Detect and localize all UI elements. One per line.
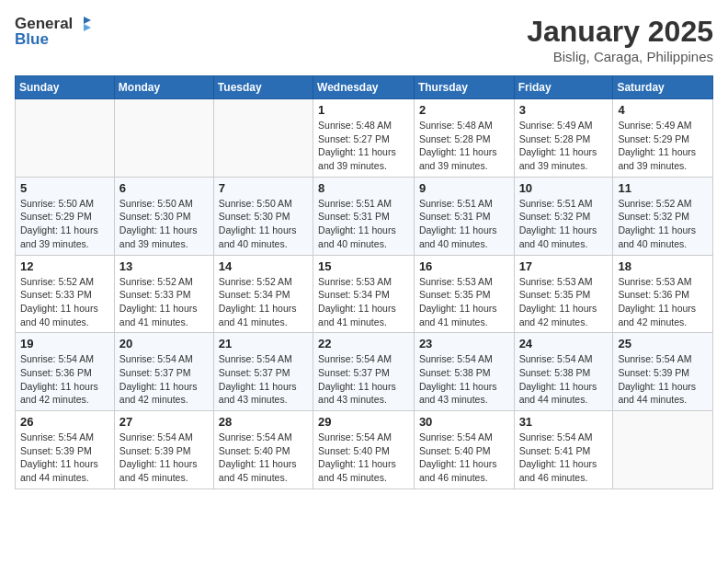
- sunset-text: Sunset: 5:36 PM: [20, 367, 92, 378]
- table-row: 4 Sunrise: 5:49 AM Sunset: 5:29 PM Dayli…: [613, 99, 713, 178]
- sunrise-text: Sunrise: 5:52 AM: [119, 276, 193, 287]
- table-row: 21 Sunrise: 5:54 AM Sunset: 5:37 PM Dayl…: [213, 333, 313, 411]
- day-number: 17: [519, 259, 609, 273]
- sunrise-text: Sunrise: 5:52 AM: [219, 276, 292, 287]
- sunrise-text: Sunrise: 5:49 AM: [519, 120, 593, 131]
- daylight-text: Daylight: 11 hours and 43 minutes.: [419, 381, 497, 406]
- day-info: Sunrise: 5:54 AM Sunset: 5:40 PM Dayligh…: [219, 431, 308, 485]
- sunset-text: Sunset: 5:37 PM: [219, 367, 290, 378]
- sunset-text: Sunset: 5:29 PM: [20, 211, 92, 222]
- daylight-text: Daylight: 11 hours and 44 minutes.: [618, 381, 696, 406]
- header-tuesday: Tuesday: [213, 76, 313, 99]
- day-info: Sunrise: 5:54 AM Sunset: 5:40 PM Dayligh…: [318, 431, 409, 485]
- sunrise-text: Sunrise: 5:54 AM: [419, 431, 493, 442]
- day-info: Sunrise: 5:52 AM Sunset: 5:33 PM Dayligh…: [119, 275, 209, 329]
- table-row: 10 Sunrise: 5:51 AM Sunset: 5:32 PM Dayl…: [514, 177, 613, 255]
- sunset-text: Sunset: 5:38 PM: [419, 367, 491, 378]
- table-row: 28 Sunrise: 5:54 AM Sunset: 5:40 PM Dayl…: [213, 411, 313, 489]
- daylight-text: Daylight: 11 hours and 45 minutes.: [219, 458, 297, 483]
- day-info: Sunrise: 5:54 AM Sunset: 5:37 PM Dayligh…: [119, 352, 209, 407]
- page-header: General Blue January 2025 Bislig, Caraga…: [15, 15, 713, 64]
- table-row: [114, 99, 213, 178]
- sunset-text: Sunset: 5:27 PM: [318, 133, 390, 144]
- sunrise-text: Sunrise: 5:52 AM: [618, 198, 691, 209]
- sunrise-text: Sunrise: 5:50 AM: [20, 198, 94, 209]
- table-row: 20 Sunrise: 5:54 AM Sunset: 5:37 PM Dayl…: [114, 333, 213, 411]
- day-number: 23: [419, 337, 509, 350]
- sunset-text: Sunset: 5:29 PM: [618, 133, 689, 144]
- table-row: 2 Sunrise: 5:48 AM Sunset: 5:28 PM Dayli…: [414, 99, 514, 178]
- title-area: January 2025 Bislig, Caraga, Philippines: [527, 15, 713, 64]
- sunset-text: Sunset: 5:30 PM: [119, 211, 191, 222]
- day-number: 19: [20, 337, 109, 350]
- daylight-text: Daylight: 11 hours and 40 minutes.: [318, 224, 396, 249]
- table-row: 22 Sunrise: 5:54 AM Sunset: 5:37 PM Dayl…: [313, 333, 415, 411]
- day-number: 5: [20, 181, 109, 195]
- table-row: 8 Sunrise: 5:51 AM Sunset: 5:31 PM Dayli…: [313, 177, 415, 255]
- day-number: 11: [618, 181, 708, 195]
- sunset-text: Sunset: 5:40 PM: [318, 445, 390, 456]
- calendar-week-row: 19 Sunrise: 5:54 AM Sunset: 5:36 PM Dayl…: [16, 333, 713, 411]
- daylight-text: Daylight: 11 hours and 42 minutes.: [618, 303, 696, 327]
- day-number: 28: [219, 415, 308, 429]
- daylight-text: Daylight: 11 hours and 43 minutes.: [318, 381, 396, 406]
- daylight-text: Daylight: 11 hours and 40 minutes.: [20, 303, 98, 327]
- day-number: 31: [519, 415, 609, 429]
- day-info: Sunrise: 5:51 AM Sunset: 5:32 PM Dayligh…: [519, 197, 609, 251]
- table-row: 26 Sunrise: 5:54 AM Sunset: 5:39 PM Dayl…: [16, 411, 115, 489]
- day-number: 18: [618, 259, 708, 273]
- logo-blue: Blue: [15, 31, 93, 49]
- table-row: [613, 411, 713, 489]
- header-friday: Friday: [514, 76, 613, 99]
- header-saturday: Saturday: [613, 76, 713, 99]
- sunset-text: Sunset: 5:31 PM: [419, 211, 491, 222]
- daylight-text: Daylight: 11 hours and 46 minutes.: [419, 458, 497, 483]
- day-info: Sunrise: 5:48 AM Sunset: 5:28 PM Dayligh…: [419, 119, 509, 173]
- day-info: Sunrise: 5:53 AM Sunset: 5:36 PM Dayligh…: [618, 275, 708, 329]
- table-row: 7 Sunrise: 5:50 AM Sunset: 5:30 PM Dayli…: [213, 177, 313, 255]
- daylight-text: Daylight: 11 hours and 40 minutes.: [419, 224, 497, 249]
- day-info: Sunrise: 5:49 AM Sunset: 5:29 PM Dayligh…: [618, 119, 708, 173]
- day-info: Sunrise: 5:50 AM Sunset: 5:30 PM Dayligh…: [119, 197, 209, 251]
- day-number: 30: [419, 415, 509, 429]
- table-row: [213, 99, 313, 178]
- location-title: Bislig, Caraga, Philippines: [527, 49, 713, 64]
- day-number: 13: [119, 259, 209, 273]
- daylight-text: Daylight: 11 hours and 41 minutes.: [318, 303, 396, 327]
- daylight-text: Daylight: 11 hours and 42 minutes.: [519, 303, 597, 327]
- sunrise-text: Sunrise: 5:54 AM: [119, 431, 193, 442]
- sunrise-text: Sunrise: 5:53 AM: [618, 276, 691, 287]
- calendar-week-row: 12 Sunrise: 5:52 AM Sunset: 5:33 PM Dayl…: [16, 255, 713, 333]
- day-number: 12: [20, 259, 109, 273]
- calendar-week-row: 5 Sunrise: 5:50 AM Sunset: 5:29 PM Dayli…: [16, 177, 713, 255]
- sunset-text: Sunset: 5:28 PM: [419, 133, 491, 144]
- sunset-text: Sunset: 5:39 PM: [618, 367, 689, 378]
- sunrise-text: Sunrise: 5:54 AM: [318, 431, 392, 442]
- day-info: Sunrise: 5:54 AM Sunset: 5:40 PM Dayligh…: [419, 431, 509, 485]
- daylight-text: Daylight: 11 hours and 45 minutes.: [119, 458, 198, 483]
- day-number: 14: [219, 259, 308, 273]
- day-number: 7: [219, 181, 308, 195]
- weekday-header-row: Sunday Monday Tuesday Wednesday Thursday…: [16, 76, 713, 99]
- daylight-text: Daylight: 11 hours and 39 minutes.: [419, 146, 497, 171]
- day-info: Sunrise: 5:51 AM Sunset: 5:31 PM Dayligh…: [419, 197, 509, 251]
- sunset-text: Sunset: 5:32 PM: [519, 211, 591, 222]
- day-info: Sunrise: 5:52 AM Sunset: 5:32 PM Dayligh…: [618, 197, 708, 251]
- table-row: 9 Sunrise: 5:51 AM Sunset: 5:31 PM Dayli…: [414, 177, 514, 255]
- sunrise-text: Sunrise: 5:54 AM: [20, 353, 94, 364]
- sunrise-text: Sunrise: 5:54 AM: [519, 431, 593, 442]
- sunrise-text: Sunrise: 5:53 AM: [519, 276, 593, 287]
- day-number: 4: [618, 103, 708, 117]
- day-number: 26: [20, 415, 109, 429]
- daylight-text: Daylight: 11 hours and 46 minutes.: [519, 458, 597, 483]
- day-number: 15: [318, 259, 409, 273]
- day-info: Sunrise: 5:53 AM Sunset: 5:34 PM Dayligh…: [318, 275, 409, 329]
- table-row: 31 Sunrise: 5:54 AM Sunset: 5:41 PM Dayl…: [514, 411, 613, 489]
- table-row: 19 Sunrise: 5:54 AM Sunset: 5:36 PM Dayl…: [16, 333, 115, 411]
- day-number: 25: [618, 337, 708, 350]
- sunrise-text: Sunrise: 5:53 AM: [419, 276, 493, 287]
- table-row: 14 Sunrise: 5:52 AM Sunset: 5:34 PM Dayl…: [213, 255, 313, 333]
- sunset-text: Sunset: 5:30 PM: [219, 211, 290, 222]
- day-number: 3: [519, 103, 609, 117]
- daylight-text: Daylight: 11 hours and 44 minutes.: [20, 458, 98, 483]
